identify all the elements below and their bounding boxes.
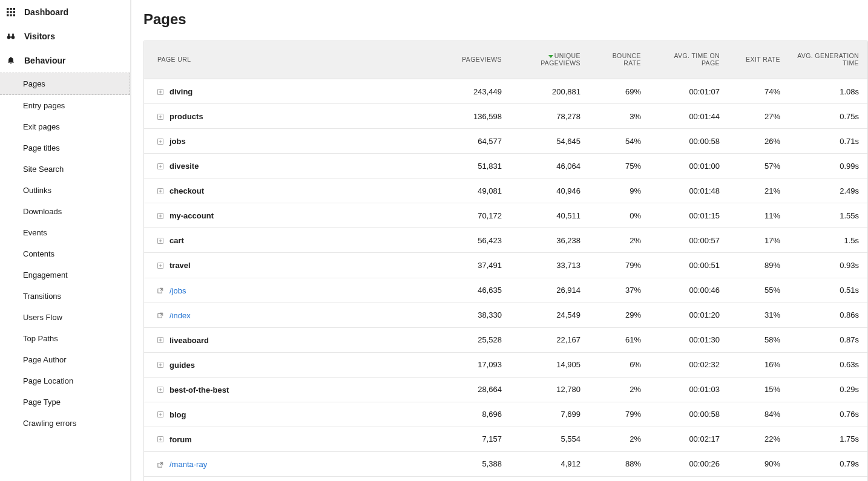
cell-bounce_rate: 79% bbox=[589, 253, 649, 278]
column-header-label: BOUNCE RATE bbox=[613, 52, 641, 67]
sidebar-item-top-paths[interactable]: Top Paths bbox=[0, 328, 130, 349]
sidebar-section-behaviour[interactable]: Behaviour bbox=[0, 48, 130, 73]
cell-unique_pageviews: 54,645 bbox=[510, 129, 589, 154]
cell-bounce_rate: 69% bbox=[589, 79, 649, 104]
table-row[interactable]: divesite51,83146,06475%00:01:0057%0.99s bbox=[144, 154, 867, 178]
sidebar-item-users-flow[interactable]: Users Flow bbox=[0, 307, 130, 328]
expand-icon[interactable] bbox=[156, 187, 165, 195]
column-header-unique_pageviews[interactable]: UNIQUE PAGEVIEWS bbox=[510, 40, 589, 79]
cell-avg_time: 00:01:30 bbox=[649, 327, 728, 352]
external-link-icon[interactable] bbox=[156, 286, 165, 295]
cell-unique_pageviews: 5,554 bbox=[510, 427, 589, 451]
column-header-exit_rate[interactable]: EXIT RATE bbox=[728, 40, 789, 79]
expand-icon[interactable] bbox=[156, 88, 165, 96]
sidebar-item-outlinks[interactable]: Outlinks bbox=[0, 180, 130, 201]
expand-icon[interactable] bbox=[156, 261, 165, 270]
cell-gen_time: 0.99s bbox=[789, 154, 867, 178]
cell-pageviews: 5,896 bbox=[432, 477, 510, 482]
expand-icon[interactable] bbox=[156, 113, 165, 121]
table-row[interactable]: cart56,42336,2382%00:00:5717%1.5s bbox=[144, 228, 867, 253]
sidebar-item-crawling-errors[interactable]: Crawling errors bbox=[0, 413, 130, 434]
sidebar-section-label: Behaviour bbox=[24, 56, 65, 65]
sidebar-item-page-titles[interactable]: Page titles bbox=[0, 137, 130, 159]
expand-icon[interactable] bbox=[156, 336, 165, 344]
table-row[interactable]: best-of-the-best28,66412,7802%00:01:0315… bbox=[144, 377, 867, 402]
cell-page-url: checkout bbox=[144, 178, 432, 203]
sidebar-item-pages[interactable]: Pages bbox=[0, 73, 130, 95]
cell-gen_time: 1.55s bbox=[789, 203, 867, 228]
cell-avg_time: 00:01:44 bbox=[649, 104, 728, 129]
sidebar-item-entry-pages[interactable]: Entry pages bbox=[0, 95, 130, 116]
cell-exit_rate: 11% bbox=[728, 203, 789, 228]
column-header-pageviews[interactable]: PAGEVIEWS bbox=[432, 40, 510, 79]
external-link-icon[interactable] bbox=[156, 460, 165, 469]
table-row[interactable]: travel37,49133,71379%00:00:5189%0.93s bbox=[144, 253, 867, 278]
cell-avg_time: 00:01:15 bbox=[649, 203, 728, 228]
column-header-label: AVG. TIME ON PAGE bbox=[674, 52, 720, 67]
table-row[interactable]: checkout49,08140,9469%00:01:4821%2.49s bbox=[144, 178, 867, 203]
table-row[interactable]: jobs64,57754,64554%00:00:5826%0.71s bbox=[144, 129, 867, 154]
main-content: Pages PAGE URLPAGEVIEWSUNIQUE PAGEVIEWSB… bbox=[131, 0, 868, 481]
table-row[interactable]: /manta-ray5,3884,91288%00:00:2690%0.79s bbox=[144, 451, 867, 476]
page-url-link[interactable]: /manta-ray bbox=[169, 460, 207, 469]
expand-icon[interactable] bbox=[156, 410, 165, 419]
cell-bounce_rate: 75% bbox=[589, 154, 649, 178]
sidebar-item-transitions[interactable]: Transitions bbox=[0, 286, 130, 307]
table-row[interactable]: diving243,449200,88169%00:01:0774%1.08s bbox=[144, 79, 867, 104]
sidebar-item-page-type[interactable]: Page Type bbox=[0, 391, 130, 413]
expand-icon[interactable] bbox=[156, 435, 165, 443]
column-header-gen_time[interactable]: AVG. GENERATION TIME bbox=[789, 40, 867, 79]
sort-desc-icon bbox=[548, 55, 553, 58]
sidebar-item-events[interactable]: Events bbox=[0, 222, 130, 243]
expand-icon[interactable] bbox=[156, 361, 165, 369]
sidebar-item-exit-pages[interactable]: Exit pages bbox=[0, 116, 130, 137]
sidebar-section-visitors[interactable]: Visitors bbox=[0, 24, 130, 48]
cell-unique_pageviews: 33,713 bbox=[510, 253, 589, 278]
page-url-link[interactable]: /index bbox=[169, 311, 191, 320]
cell-avg_time: 00:01:00 bbox=[649, 154, 728, 178]
column-header-url[interactable]: PAGE URL bbox=[144, 40, 432, 79]
table-row[interactable]: blog8,6967,69979%00:00:5884%0.76s bbox=[144, 402, 867, 427]
table-row[interactable]: products136,59878,2783%00:01:4427%0.75s bbox=[144, 104, 867, 129]
cell-avg_time: 00:01:07 bbox=[649, 79, 728, 104]
expand-icon[interactable] bbox=[156, 162, 165, 171]
sidebar-section-dashboard[interactable]: Dashboard bbox=[0, 0, 130, 24]
cell-unique_pageviews: 36,238 bbox=[510, 228, 589, 253]
cell-unique_pageviews: 4,912 bbox=[510, 451, 589, 476]
column-header-bounce_rate[interactable]: BOUNCE RATE bbox=[589, 40, 649, 79]
table-row[interactable]: /jobs46,63526,91437%00:00:4655%0.51s bbox=[144, 278, 867, 303]
sidebar-item-page-location[interactable]: Page Location bbox=[0, 370, 130, 391]
expand-icon[interactable] bbox=[156, 385, 165, 394]
grid-icon bbox=[6, 7, 16, 17]
column-header-avg_time[interactable]: AVG. TIME ON PAGE bbox=[649, 40, 728, 79]
sidebar-item-site-search[interactable]: Site Search bbox=[0, 159, 130, 180]
cell-pageviews: 56,423 bbox=[432, 228, 510, 253]
sidebar-item-engagement[interactable]: Engagement bbox=[0, 264, 130, 286]
cell-avg_time: 00:00:58 bbox=[649, 402, 728, 427]
cell-bounce_rate: 29% bbox=[589, 303, 649, 327]
table-row[interactable]: resumes5,8964,24853%00:01:0427%1.02s bbox=[144, 477, 867, 482]
expand-icon[interactable] bbox=[156, 237, 165, 245]
column-header-label: PAGEVIEWS bbox=[462, 56, 502, 63]
external-link-icon[interactable] bbox=[156, 311, 165, 319]
cell-page-url: best-of-the-best bbox=[144, 377, 432, 402]
page-url-label: cart bbox=[169, 236, 184, 245]
cell-avg_time: 00:01:48 bbox=[649, 178, 728, 203]
table-row[interactable]: liveaboard25,52822,16761%00:01:3058%0.87… bbox=[144, 327, 867, 352]
sidebar-item-downloads[interactable]: Downloads bbox=[0, 201, 130, 222]
table-row[interactable]: /index38,33024,54929%00:01:2031%0.86s bbox=[144, 303, 867, 327]
table-row[interactable]: forum7,1575,5542%00:02:1722%1.75s bbox=[144, 427, 867, 451]
page-url-label: jobs bbox=[169, 137, 186, 146]
sidebar-item-page-author[interactable]: Page Author bbox=[0, 349, 130, 370]
sidebar-item-contents[interactable]: Contents bbox=[0, 243, 130, 264]
pages-table-container: PAGE URLPAGEVIEWSUNIQUE PAGEVIEWSBOUNCE … bbox=[143, 40, 868, 481]
sidebar-item-label: Top Paths bbox=[23, 334, 58, 343]
expand-icon[interactable] bbox=[156, 212, 165, 220]
column-header-label: PAGE URL bbox=[157, 56, 191, 63]
table-row[interactable]: guides17,09314,9056%00:02:3216%0.63s bbox=[144, 352, 867, 377]
cell-unique_pageviews: 46,064 bbox=[510, 154, 589, 178]
table-row[interactable]: my-account70,17240,5110%00:01:1511%1.55s bbox=[144, 203, 867, 228]
page-url-label: diving bbox=[169, 87, 192, 96]
expand-icon[interactable] bbox=[156, 137, 165, 146]
page-url-link[interactable]: /jobs bbox=[169, 286, 186, 295]
